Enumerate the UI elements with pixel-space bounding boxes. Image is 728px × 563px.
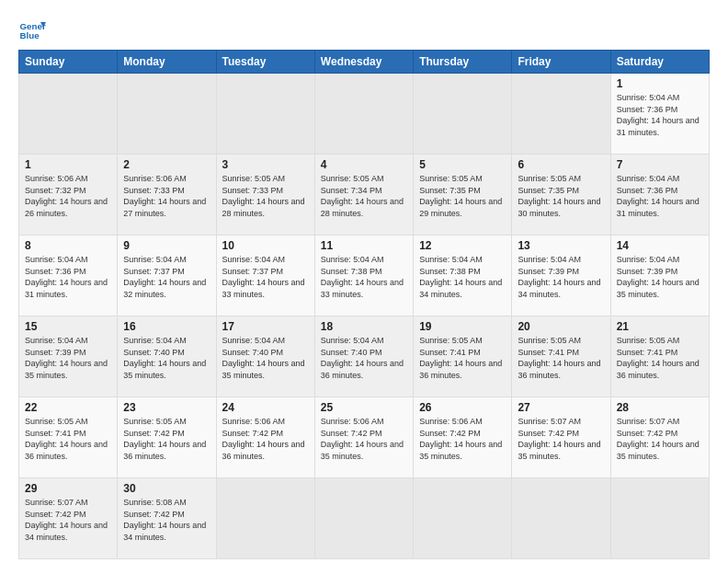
calendar-cell — [512, 74, 610, 155]
day-number: 13 — [518, 239, 604, 252]
header-day: Sunday — [19, 51, 118, 74]
cell-info: Sunrise: 5:05 AM Sunset: 7:41 PM Dayligh… — [518, 335, 604, 381]
header-day: Saturday — [610, 51, 709, 74]
calendar-cell: 24Sunrise: 5:06 AM Sunset: 7:42 PM Dayli… — [216, 397, 314, 478]
header-day: Monday — [118, 51, 216, 74]
calendar-cell — [216, 478, 314, 559]
calendar-cell: 18Sunrise: 5:04 AM Sunset: 7:40 PM Dayli… — [314, 316, 413, 397]
calendar-cell — [216, 74, 314, 155]
day-number: 6 — [518, 158, 604, 171]
day-number: 4 — [321, 158, 407, 171]
cell-info: Sunrise: 5:05 AM Sunset: 7:33 PM Dayligh… — [222, 173, 309, 219]
cell-info: Sunrise: 5:04 AM Sunset: 7:37 PM Dayligh… — [222, 254, 309, 300]
calendar-cell — [314, 74, 413, 155]
calendar-cell: 5Sunrise: 5:05 AM Sunset: 7:35 PM Daylig… — [414, 155, 512, 236]
calendar-cell: 20Sunrise: 5:05 AM Sunset: 7:41 PM Dayli… — [512, 316, 610, 397]
day-number: 8 — [25, 239, 111, 252]
day-number: 15 — [25, 320, 111, 333]
day-number: 11 — [321, 239, 407, 252]
calendar-cell: 2Sunrise: 5:06 AM Sunset: 7:33 PM Daylig… — [118, 155, 216, 236]
calendar-cell — [414, 74, 512, 155]
header: General Blue — [18, 17, 710, 44]
day-number: 22 — [25, 401, 111, 414]
day-number: 5 — [419, 158, 506, 171]
calendar-cell: 6Sunrise: 5:05 AM Sunset: 7:35 PM Daylig… — [512, 155, 610, 236]
header-day: Wednesday — [314, 51, 413, 74]
cell-info: Sunrise: 5:04 AM Sunset: 7:38 PM Dayligh… — [321, 254, 407, 300]
calendar-cell: 4Sunrise: 5:05 AM Sunset: 7:34 PM Daylig… — [314, 155, 413, 236]
logo: General Blue — [18, 17, 46, 44]
cell-info: Sunrise: 5:06 AM Sunset: 7:42 PM Dayligh… — [222, 416, 309, 462]
cell-info: Sunrise: 5:05 AM Sunset: 7:41 PM Dayligh… — [617, 335, 703, 381]
calendar-cell — [414, 478, 512, 559]
calendar-cell — [512, 478, 610, 559]
cell-info: Sunrise: 5:04 AM Sunset: 7:39 PM Dayligh… — [25, 335, 111, 381]
calendar-cell: 17Sunrise: 5:04 AM Sunset: 7:40 PM Dayli… — [216, 316, 314, 397]
cell-info: Sunrise: 5:07 AM Sunset: 7:42 PM Dayligh… — [617, 416, 703, 462]
cell-info: Sunrise: 5:05 AM Sunset: 7:41 PM Dayligh… — [25, 416, 111, 462]
day-number: 18 — [321, 320, 407, 333]
page: General Blue SundayMondayTuesdayWednesda… — [0, 0, 728, 563]
calendar-cell — [19, 74, 118, 155]
calendar-row: 1Sunrise: 5:06 AM Sunset: 7:32 PM Daylig… — [19, 155, 710, 236]
calendar-cell: 25Sunrise: 5:06 AM Sunset: 7:42 PM Dayli… — [314, 397, 413, 478]
day-number: 14 — [617, 239, 703, 252]
calendar-cell — [118, 74, 216, 155]
header-row: SundayMondayTuesdayWednesdayThursdayFrid… — [19, 51, 710, 74]
cell-info: Sunrise: 5:08 AM Sunset: 7:42 PM Dayligh… — [123, 497, 210, 543]
cell-info: Sunrise: 5:05 AM Sunset: 7:41 PM Dayligh… — [419, 335, 506, 381]
day-number: 25 — [321, 401, 407, 414]
day-number: 27 — [518, 401, 604, 414]
calendar-cell: 16Sunrise: 5:04 AM Sunset: 7:40 PM Dayli… — [118, 316, 216, 397]
svg-text:Blue: Blue — [20, 30, 40, 40]
day-number: 20 — [518, 320, 604, 333]
cell-info: Sunrise: 5:04 AM Sunset: 7:40 PM Dayligh… — [321, 335, 407, 381]
cell-info: Sunrise: 5:05 AM Sunset: 7:35 PM Dayligh… — [419, 173, 506, 219]
day-number: 7 — [617, 158, 703, 171]
day-number: 1 — [617, 77, 703, 90]
calendar-cell: 29Sunrise: 5:07 AM Sunset: 7:42 PM Dayli… — [19, 478, 118, 559]
calendar-cell: 7Sunrise: 5:04 AM Sunset: 7:36 PM Daylig… — [610, 155, 709, 236]
cell-info: Sunrise: 5:04 AM Sunset: 7:39 PM Dayligh… — [617, 254, 703, 300]
day-number: 9 — [123, 239, 210, 252]
calendar-cell: 15Sunrise: 5:04 AM Sunset: 7:39 PM Dayli… — [19, 316, 118, 397]
calendar-cell: 9Sunrise: 5:04 AM Sunset: 7:37 PM Daylig… — [118, 236, 216, 316]
cell-info: Sunrise: 5:06 AM Sunset: 7:42 PM Dayligh… — [419, 416, 506, 462]
cell-info: Sunrise: 5:05 AM Sunset: 7:35 PM Dayligh… — [518, 173, 604, 219]
calendar-cell: 11Sunrise: 5:04 AM Sunset: 7:38 PM Dayli… — [314, 236, 413, 316]
day-number: 30 — [123, 482, 210, 495]
cell-info: Sunrise: 5:04 AM Sunset: 7:36 PM Dayligh… — [617, 173, 703, 219]
day-number: 12 — [419, 239, 506, 252]
day-number: 28 — [617, 401, 703, 414]
logo-icon: General Blue — [18, 17, 46, 44]
day-number: 1 — [25, 158, 111, 171]
cell-info: Sunrise: 5:04 AM Sunset: 7:40 PM Dayligh… — [123, 335, 210, 381]
calendar-cell: 1Sunrise: 5:06 AM Sunset: 7:32 PM Daylig… — [19, 155, 118, 236]
day-number: 2 — [123, 158, 210, 171]
cell-info: Sunrise: 5:04 AM Sunset: 7:38 PM Dayligh… — [419, 254, 506, 300]
day-number: 17 — [222, 320, 309, 333]
cell-info: Sunrise: 5:04 AM Sunset: 7:36 PM Dayligh… — [25, 254, 111, 300]
day-number: 29 — [25, 482, 111, 495]
day-number: 24 — [222, 401, 309, 414]
header-day: Thursday — [414, 51, 512, 74]
calendar-cell: 19Sunrise: 5:05 AM Sunset: 7:41 PM Dayli… — [414, 316, 512, 397]
calendar-cell: 28Sunrise: 5:07 AM Sunset: 7:42 PM Dayli… — [610, 397, 709, 478]
header-day: Tuesday — [216, 51, 314, 74]
day-number: 10 — [222, 239, 309, 252]
calendar-cell: 26Sunrise: 5:06 AM Sunset: 7:42 PM Dayli… — [414, 397, 512, 478]
cell-info: Sunrise: 5:04 AM Sunset: 7:40 PM Dayligh… — [222, 335, 309, 381]
cell-info: Sunrise: 5:07 AM Sunset: 7:42 PM Dayligh… — [518, 416, 604, 462]
day-number: 16 — [123, 320, 210, 333]
calendar-cell: 22Sunrise: 5:05 AM Sunset: 7:41 PM Dayli… — [19, 397, 118, 478]
calendar-row: 29Sunrise: 5:07 AM Sunset: 7:42 PM Dayli… — [19, 478, 710, 559]
calendar-cell: 23Sunrise: 5:05 AM Sunset: 7:42 PM Dayli… — [118, 397, 216, 478]
calendar-cell: 14Sunrise: 5:04 AM Sunset: 7:39 PM Dayli… — [610, 236, 709, 316]
cell-info: Sunrise: 5:04 AM Sunset: 7:37 PM Dayligh… — [123, 254, 210, 300]
calendar-cell: 10Sunrise: 5:04 AM Sunset: 7:37 PM Dayli… — [216, 236, 314, 316]
calendar-cell: 1Sunrise: 5:04 AM Sunset: 7:36 PM Daylig… — [610, 74, 709, 155]
cell-info: Sunrise: 5:06 AM Sunset: 7:32 PM Dayligh… — [25, 173, 111, 219]
cell-info: Sunrise: 5:04 AM Sunset: 7:36 PM Dayligh… — [617, 92, 703, 138]
cell-info: Sunrise: 5:06 AM Sunset: 7:33 PM Dayligh… — [123, 173, 210, 219]
calendar-cell: 8Sunrise: 5:04 AM Sunset: 7:36 PM Daylig… — [19, 236, 118, 316]
